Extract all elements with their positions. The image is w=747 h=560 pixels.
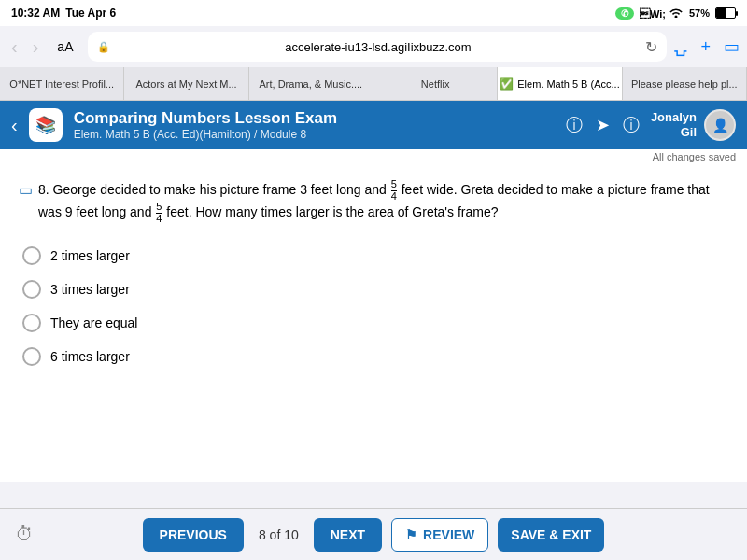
tabs-bar: O*NET Interest Profil... Actors at My Ne…: [0, 67, 747, 101]
nav-group: PREVIOUS 8 of 10 NEXT ⚑ REVIEW SAVE & EX…: [143, 518, 605, 552]
review-button[interactable]: ⚑ REVIEW: [391, 518, 488, 552]
tab-netflix-label: Netflix: [421, 78, 450, 90]
tab-elemmath-favicon: ✅: [500, 77, 514, 91]
fraction-2: 5 4: [156, 202, 162, 224]
info-icon[interactable]: ⓘ: [566, 114, 583, 136]
option-4-label: 6 times larger: [50, 349, 130, 364]
save-exit-button[interactable]: SAVE & EXIT: [498, 518, 604, 552]
next-button[interactable]: NEXT: [314, 518, 382, 552]
app-logo: 📚: [29, 108, 63, 142]
address-bar[interactable]: 🔒 accelerate-iu13-lsd.agiIixbuzz.com ↻: [88, 32, 667, 62]
share-button[interactable]: ⍽: [674, 36, 687, 57]
radio-2[interactable]: [22, 280, 41, 299]
tab-artdrama-label: Art, Drama, & Music....: [260, 78, 363, 90]
user-info: Jonalyn Gil 👤: [651, 109, 736, 141]
option-3-label: They are equal: [50, 315, 137, 330]
options-list: 2 times larger 3 times larger They are e…: [19, 243, 728, 370]
question-text: 8. George decided to make his picture fr…: [38, 179, 728, 224]
radio-1[interactable]: [22, 246, 41, 265]
bookmark-icon[interactable]: ▭: [19, 181, 33, 199]
page-indicator: 8 of 10: [253, 527, 304, 542]
reload-button[interactable]: ↻: [645, 38, 657, 56]
user-avatar: 👤: [704, 109, 736, 141]
app-title-area: Comparing Numbers Lesson Exam Elem. Math…: [74, 109, 555, 141]
app-back-button[interactable]: ‹: [11, 115, 18, 136]
tabs-button[interactable]: ▭: [724, 36, 740, 57]
previous-button[interactable]: PREVIOUS: [143, 518, 244, 552]
radio-3[interactable]: [22, 314, 41, 332]
fraction-1: 5 4: [391, 179, 397, 202]
option-2[interactable]: 3 times larger: [22, 280, 725, 299]
tab-elemmath[interactable]: ✅ Elem. Math 5 B (Acc...: [498, 67, 622, 100]
question-row: ▭ 8. George decided to make his picture …: [19, 179, 728, 224]
question-text3: feet. How many times larger is the area …: [166, 204, 498, 219]
header-actions: ⓘ ➤ ⓘ: [566, 114, 640, 136]
content-area: ▭ 8. George decided to make his picture …: [0, 164, 747, 482]
bottom-bar: ⏱ PREVIOUS 8 of 10 NEXT ⚑ REVIEW SAVE & …: [0, 508, 747, 560]
reader-button[interactable]: aA: [49, 35, 80, 58]
back-button[interactable]: ‹: [7, 33, 21, 62]
tab-onet[interactable]: O*NET Interest Profil...: [0, 67, 124, 100]
tab-netflix[interactable]: Netflix: [374, 67, 498, 100]
option-3[interactable]: They are equal: [22, 314, 725, 332]
battery-icon: [715, 7, 736, 19]
help-icon[interactable]: ⓘ: [623, 114, 640, 136]
add-tab-button[interactable]: +: [700, 37, 711, 57]
option-4[interactable]: 6 times larger: [22, 347, 725, 366]
battery-level: 57%: [689, 7, 710, 19]
question-number: 8.: [38, 182, 49, 197]
app-title: Comparing Numbers Lesson Exam: [74, 109, 555, 128]
option-2-label: 3 times larger: [50, 282, 130, 297]
tab-elemmath-label: Elem. Math 5 B (Acc...: [517, 78, 619, 90]
user-name: Jonalyn Gil: [651, 110, 697, 139]
browser-actions: ⍽ + ▭: [674, 36, 740, 57]
wifi-icon: Wi;: [640, 7, 684, 20]
autosave-status: All changes saved: [0, 149, 747, 164]
forward-button[interactable]: ›: [29, 33, 43, 62]
tab-artdrama[interactable]: Art, Drama, & Music....: [249, 67, 374, 100]
status-time: 10:32 AM: [11, 7, 60, 20]
app-header: ‹ 📚 Comparing Numbers Lesson Exam Elem. …: [0, 101, 747, 149]
radio-4[interactable]: [22, 347, 41, 366]
option-1[interactable]: 2 times larger: [22, 246, 725, 265]
tab-onet-label: O*NET Interest Profil...: [9, 78, 114, 90]
timer-icon[interactable]: ⏱: [15, 524, 34, 545]
status-day: Tue Apr 6: [65, 7, 116, 20]
tab-actors[interactable]: Actors at My Next M...: [124, 67, 248, 100]
bookmark-review-icon: ⚑: [405, 527, 417, 542]
status-bar: 10:32 AM Tue Apr 6 ✆ Wi; 57%: [0, 0, 747, 26]
question-text1: George decided to make his picture frame…: [53, 182, 387, 197]
address-text: accelerate-iu13-lsd.agiIixbuzz.com: [116, 40, 640, 54]
lock-icon: 🔒: [97, 41, 110, 53]
send-icon[interactable]: ➤: [596, 115, 610, 135]
browser-nav-bar: ‹ › aA 🔒 accelerate-iu13-lsd.agiIixbuzz.…: [0, 26, 747, 67]
option-1-label: 2 times larger: [50, 248, 130, 263]
tab-pleasehelp-label: Please please help pl...: [631, 78, 738, 90]
tab-actors-label: Actors at My Next M...: [135, 78, 236, 90]
phone-icon: ✆: [615, 7, 634, 20]
app-subtitle: Elem. Math 5 B (Acc. Ed)(Hamilton) / Mod…: [74, 128, 555, 141]
tab-pleasehelp[interactable]: Please please help pl...: [623, 67, 747, 100]
